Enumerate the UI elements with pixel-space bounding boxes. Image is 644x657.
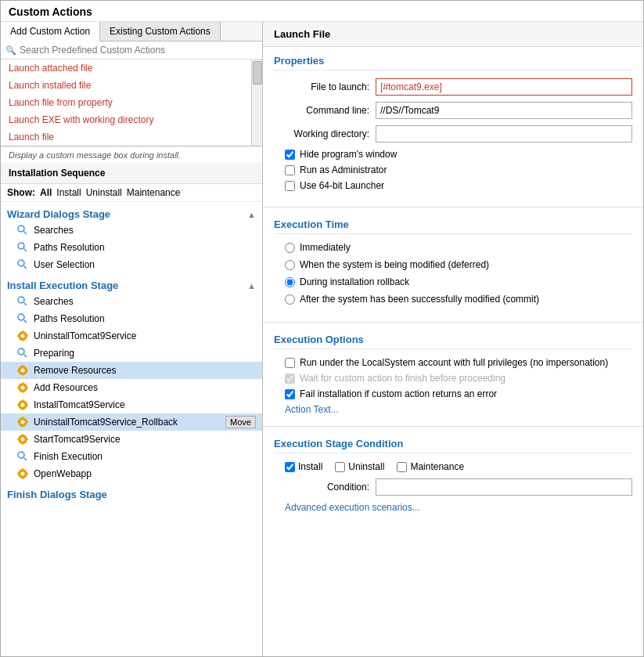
- radio-being-modified[interactable]: [285, 260, 295, 270]
- move-button[interactable]: Move: [225, 416, 256, 428]
- svg-rect-13: [22, 339, 23, 341]
- action-list-scrollbar[interactable]: [251, 60, 262, 146]
- radio-after-modified[interactable]: [285, 294, 295, 305]
- cond-install-label: Install: [298, 461, 322, 472]
- run-local-system-checkbox[interactable]: [285, 358, 295, 368]
- stage-item-paths-resolution-2[interactable]: Paths Resolution: [1, 310, 262, 327]
- right-panel-header: Launch File: [263, 22, 643, 47]
- app-container: Custom Actions Add Custom Action Existin…: [0, 0, 644, 657]
- run-admin-checkbox[interactable]: [285, 165, 295, 175]
- action-item-launch-file[interactable]: Launch file: [1, 128, 262, 146]
- condition-input-row: Condition:: [274, 478, 632, 496]
- cond-install-checkbox[interactable]: [285, 462, 295, 472]
- show-option-maintenance[interactable]: Maintenance: [127, 187, 181, 198]
- radio-after-modified-label: After the system has been successfully m…: [300, 294, 539, 305]
- stage-finish-dialogs-title: Finish Dialogs Stage: [1, 486, 262, 502]
- stage-item-install-tomcat9-service[interactable]: InstallTomcat9Service: [1, 396, 262, 413]
- svg-rect-33: [22, 408, 23, 410]
- show-option-uninstall[interactable]: Uninstall: [86, 187, 122, 198]
- svg-rect-38: [22, 417, 23, 419]
- hide-window-checkbox[interactable]: [285, 150, 295, 160]
- svg-line-49: [24, 458, 27, 461]
- use-64bit-checkbox[interactable]: [285, 181, 295, 191]
- properties-section: Properties File to launch: Command line:…: [263, 47, 643, 204]
- action-text-link[interactable]: Action Text...: [274, 404, 632, 415]
- radio-immediately-label: Immediately: [300, 242, 351, 253]
- file-to-launch-label: File to launch:: [274, 81, 376, 92]
- svg-line-17: [24, 355, 27, 358]
- svg-rect-44: [22, 434, 23, 436]
- tab-bar: Add Custom Action Existing Custom Action…: [1, 22, 262, 42]
- stage-item-paths-resolution-1[interactable]: Paths Resolution: [1, 239, 262, 256]
- working-directory-input[interactable]: [376, 125, 632, 143]
- show-option-install[interactable]: Install: [56, 187, 81, 198]
- radio-rollback-label: During installation rollback: [300, 276, 409, 287]
- left-panel: Add Custom Action Existing Custom Action…: [1, 22, 263, 656]
- stage-item-start-tomcat9[interactable]: StartTomcat9Service: [1, 431, 262, 448]
- main-area: Add Custom Action Existing Custom Action…: [1, 22, 643, 656]
- scrollbar-thumb: [253, 61, 262, 85]
- stage-install-execution-title: Install Execution Stage ▲: [1, 276, 262, 293]
- wait-for-action-checkbox[interactable]: [285, 374, 295, 384]
- svg-point-19: [21, 369, 25, 373]
- svg-point-16: [18, 348, 24, 355]
- cond-maintenance-wrap: Maintenance: [397, 461, 464, 472]
- stage-item-user-selection[interactable]: User Selection: [1, 256, 262, 273]
- stage-item-preparing[interactable]: Preparing: [1, 345, 262, 362]
- svg-rect-27: [22, 391, 23, 393]
- action-list-inner: Launch attached file Launch installed fi…: [1, 60, 262, 146]
- svg-rect-32: [22, 399, 23, 402]
- svg-point-6: [18, 297, 24, 303]
- stage-item-searches-2[interactable]: Searches: [1, 293, 262, 310]
- search-input[interactable]: [20, 45, 257, 56]
- stage-item-open-webapp[interactable]: OpenWebapp: [1, 465, 262, 482]
- show-option-all[interactable]: All: [40, 187, 52, 198]
- run-local-system-label: Run under the LocalSystem account with f…: [300, 357, 608, 368]
- stage-item-uninstall-tomcat9-service[interactable]: UninstallTomcat9Service: [1, 327, 262, 345]
- stage-item-searches-1[interactable]: Searches: [1, 222, 262, 239]
- action-item-launch-installed[interactable]: Launch installed file: [1, 77, 262, 94]
- tab-add-custom-action[interactable]: Add Custom Action: [1, 22, 100, 42]
- run-admin-label: Run as Administrator: [300, 164, 387, 175]
- add-resources-icon: [16, 381, 29, 394]
- cond-install-wrap: Install: [285, 461, 322, 472]
- paths-resolution-2-icon: [16, 312, 29, 325]
- action-item-launch-exe-working[interactable]: Launch EXE with working directory: [1, 111, 262, 128]
- file-to-launch-input[interactable]: [376, 78, 632, 96]
- svg-point-11: [21, 334, 25, 338]
- stage-item-finish-execution[interactable]: Finish Execution: [1, 448, 262, 465]
- stage-item-add-resources[interactable]: Add Resources: [1, 379, 262, 396]
- advanced-link[interactable]: Advanced execution scenarios...: [274, 502, 632, 513]
- svg-point-4: [18, 260, 24, 266]
- cond-maintenance-checkbox[interactable]: [397, 462, 407, 472]
- show-label: Show:: [7, 187, 35, 198]
- tab-existing-custom-actions[interactable]: Existing Custom Actions: [100, 22, 221, 41]
- action-description: Display a custom message box during inst…: [1, 146, 262, 163]
- svg-point-2: [18, 243, 24, 249]
- stage-item-uninstall-rollback[interactable]: UninstallTomcat9Service_Rollback Move: [1, 413, 262, 431]
- cond-maintenance-label: Maintenance: [410, 461, 464, 472]
- execution-stage-condition-section: Execution Stage Condition Install Uninst…: [263, 430, 643, 521]
- command-line-input[interactable]: [376, 102, 632, 119]
- radio-rollback[interactable]: [285, 277, 295, 287]
- svg-rect-23: [26, 370, 28, 371]
- file-to-launch-row: File to launch:: [274, 78, 632, 96]
- fail-installation-row: Fail installation if custom action retur…: [274, 388, 632, 399]
- action-item-launch-attached[interactable]: Launch attached file: [1, 60, 262, 77]
- condition-checkboxes-row: Install Uninstall Maintenance: [274, 461, 632, 472]
- use-64bit-label: Use 64-bit Launcher: [300, 180, 384, 191]
- remove-resources-icon: [16, 364, 29, 377]
- condition-input[interactable]: [376, 478, 632, 496]
- stage-item-remove-resources[interactable]: Remove Resources: [1, 362, 262, 379]
- svg-rect-21: [22, 374, 23, 376]
- svg-point-0: [18, 226, 24, 232]
- execution-time-title: Execution Time: [274, 218, 632, 234]
- execution-options-title: Execution Options: [274, 334, 632, 349]
- radio-after-modified-row: After the system has been successfully m…: [285, 294, 632, 305]
- action-item-launch-from-property[interactable]: Launch file from property: [1, 94, 262, 111]
- radio-immediately[interactable]: [285, 243, 295, 253]
- finish-execution-icon: [16, 450, 29, 463]
- fail-installation-checkbox[interactable]: [285, 389, 295, 399]
- cond-uninstall-checkbox[interactable]: [335, 462, 345, 472]
- divider-2: [263, 322, 643, 323]
